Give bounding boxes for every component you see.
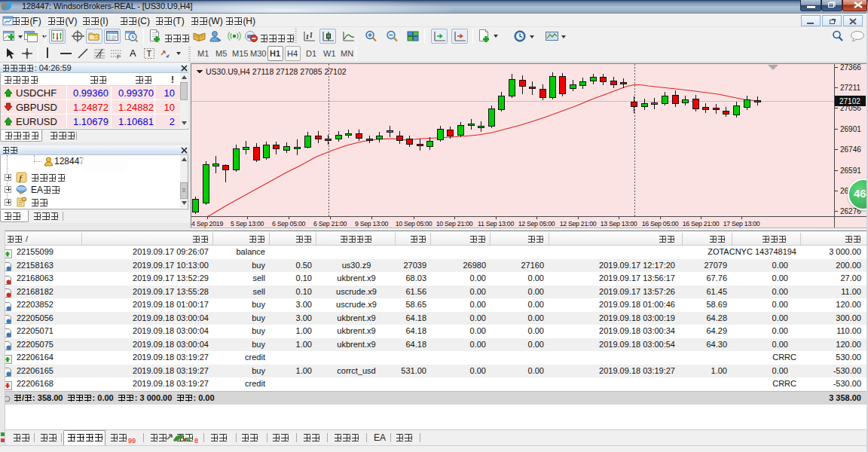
svg-text:T: T [147, 49, 152, 58]
svg-text:4 Sep 2019: 4 Sep 2019 [191, 220, 223, 228]
svg-text:11 Sep 13:00: 11 Sep 13:00 [478, 220, 514, 228]
svg-text:13 Sep 13:00: 13 Sep 13:00 [601, 220, 637, 228]
svg-text:10 Sep 05:00: 10 Sep 05:00 [396, 220, 432, 228]
svg-text:10 Sep 21:00: 10 Sep 21:00 [436, 220, 473, 228]
svg-text:17 Sep 13:00: 17 Sep 13:00 [723, 220, 760, 228]
svg-text:27102: 27102 [839, 97, 860, 105]
svg-text:9 Sep 13:00: 9 Sep 13:00 [355, 220, 389, 228]
svg-text:6 Sep 05:00: 6 Sep 05:00 [272, 220, 306, 228]
svg-text:16 Sep 05:00: 16 Sep 05:00 [642, 220, 679, 228]
svg-text:6 Sep 21:00: 6 Sep 21:00 [313, 220, 347, 228]
svg-text:26746: 26746 [840, 145, 861, 154]
svg-text:26591: 26591 [840, 166, 861, 175]
svg-text:5 Sep 13:00: 5 Sep 13:00 [231, 220, 264, 228]
svg-text:12 Sep 21:00: 12 Sep 21:00 [560, 220, 597, 228]
svg-text:27211: 27211 [840, 84, 861, 92]
svg-text:F: F [117, 53, 121, 60]
svg-text:f: f [99, 50, 102, 58]
svg-text:16 Sep 21:00: 16 Sep 21:00 [683, 220, 720, 228]
svg-text:27366: 27366 [840, 63, 861, 72]
svg-text:26901: 26901 [840, 125, 861, 133]
svg-text:12 Sep 05:00: 12 Sep 05:00 [518, 220, 555, 228]
svg-text:US30.U9,H4 27118 27128 27085: US30.U9,H4 27118 27128 27085 27102 [206, 67, 347, 76]
